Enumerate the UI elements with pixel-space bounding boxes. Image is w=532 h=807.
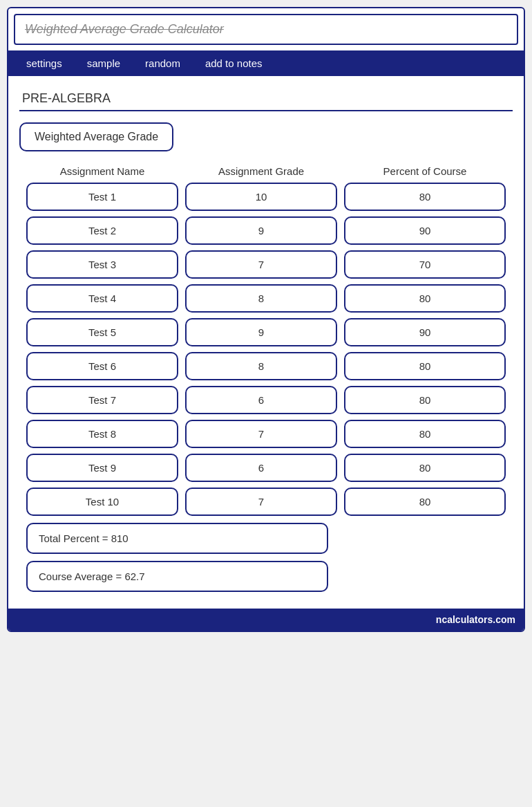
assignment-grade-input-9[interactable] bbox=[185, 454, 337, 482]
percent-of-course-input-2[interactable] bbox=[344, 216, 506, 245]
assignment-name-input-9[interactable] bbox=[26, 454, 178, 482]
table-row bbox=[19, 284, 513, 313]
nav-add-to-notes[interactable]: add to notes bbox=[193, 50, 275, 76]
table-row bbox=[19, 488, 513, 516]
assignment-name-input-7[interactable] bbox=[26, 386, 178, 414]
percent-of-course-input-5[interactable] bbox=[344, 318, 506, 346]
table-row bbox=[19, 183, 513, 211]
assignment-grade-input-7[interactable] bbox=[185, 386, 337, 414]
table-row bbox=[19, 318, 513, 346]
col-header-grade: Assignment Grade bbox=[185, 165, 337, 177]
app-title: Weighted Average Grade Calculator bbox=[25, 22, 224, 36]
assignment-grade-input-5[interactable] bbox=[185, 318, 337, 346]
percent-of-course-input-3[interactable] bbox=[344, 250, 506, 279]
table-header: Assignment Name Assignment Grade Percent… bbox=[19, 165, 513, 177]
assignment-name-input-1[interactable] bbox=[26, 183, 178, 211]
percent-of-course-input-9[interactable] bbox=[344, 454, 506, 482]
assignment-grade-input-1[interactable] bbox=[185, 183, 337, 211]
assignment-name-input-4[interactable] bbox=[26, 284, 178, 313]
assignment-grade-input-3[interactable] bbox=[185, 250, 337, 279]
footer-brand: ncalculators.com bbox=[8, 609, 524, 631]
assignment-grade-input-8[interactable] bbox=[185, 420, 337, 448]
assignment-grade-input-6[interactable] bbox=[185, 352, 337, 380]
table-row bbox=[19, 454, 513, 482]
col-header-percent: Percent of Course bbox=[344, 165, 506, 177]
app-container: Weighted Average Grade Calculator settin… bbox=[7, 7, 525, 632]
table-row bbox=[19, 250, 513, 279]
percent-of-course-input-4[interactable] bbox=[344, 284, 506, 313]
assignment-name-input-10[interactable] bbox=[26, 488, 178, 516]
course-average-row bbox=[26, 561, 506, 592]
course-name-input[interactable] bbox=[19, 87, 513, 111]
total-percent-input[interactable] bbox=[26, 523, 328, 554]
assignment-name-input-6[interactable] bbox=[26, 352, 178, 380]
nav-bar: settings sample random add to notes bbox=[8, 50, 524, 76]
table-row bbox=[19, 216, 513, 245]
title-bar: Weighted Average Grade Calculator bbox=[14, 14, 518, 45]
percent-of-course-input-6[interactable] bbox=[344, 352, 506, 380]
nav-settings[interactable]: settings bbox=[14, 50, 75, 76]
table-row bbox=[19, 386, 513, 414]
rows-container bbox=[19, 183, 513, 516]
assignment-grade-input-4[interactable] bbox=[185, 284, 337, 313]
percent-of-course-input-8[interactable] bbox=[344, 420, 506, 448]
wag-button[interactable]: Weighted Average Grade bbox=[19, 122, 173, 151]
main-content: Weighted Average Grade Assignment Name A… bbox=[8, 76, 524, 609]
nav-random[interactable]: random bbox=[133, 50, 193, 76]
assignment-grade-input-10[interactable] bbox=[185, 488, 337, 516]
assignment-name-input-5[interactable] bbox=[26, 318, 178, 346]
table-row bbox=[19, 352, 513, 380]
assignment-name-input-3[interactable] bbox=[26, 250, 178, 279]
table-row bbox=[19, 420, 513, 448]
col-header-name: Assignment Name bbox=[26, 165, 178, 177]
nav-sample[interactable]: sample bbox=[75, 50, 133, 76]
percent-of-course-input-1[interactable] bbox=[344, 183, 506, 211]
percent-of-course-input-7[interactable] bbox=[344, 386, 506, 414]
course-average-input[interactable] bbox=[26, 561, 328, 592]
total-percent-row bbox=[26, 523, 506, 554]
assignment-name-input-2[interactable] bbox=[26, 216, 178, 245]
percent-of-course-input-10[interactable] bbox=[344, 488, 506, 516]
assignment-grade-input-2[interactable] bbox=[185, 216, 337, 245]
assignment-name-input-8[interactable] bbox=[26, 420, 178, 448]
